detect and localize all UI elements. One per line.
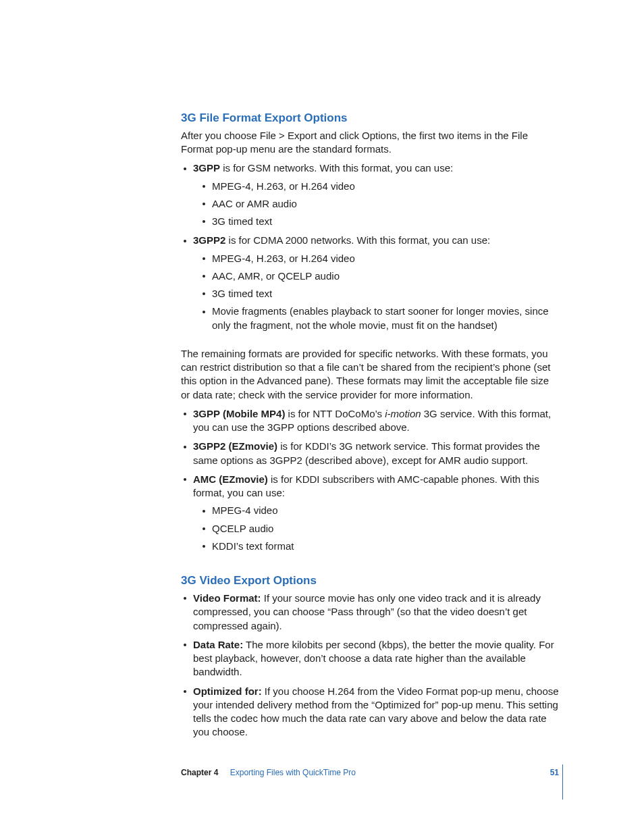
remaining-formats-paragraph: The remaining formats are provided for s… — [181, 347, 559, 402]
page-footer: Chapter 4 Exporting Files with QuickTime… — [181, 767, 559, 778]
heading-3g-file-format: 3G File Format Export Options — [181, 111, 559, 126]
text: The more kilobits per second (kbps), the… — [193, 639, 554, 678]
list-item: 3GPP is for GSM networks. With this form… — [181, 161, 559, 228]
format-list-specific: 3GPP (Mobile MP4) is for NTT DoCoMo’s i-… — [181, 407, 559, 553]
video-options-list: Video Format: If your source movie has o… — [181, 592, 559, 739]
term-amc-ezmovie: AMC (EZmovie) — [193, 473, 268, 485]
list-item: MPEG-4, H.263, or H.264 video — [201, 180, 559, 193]
sublist-3gpp: MPEG-4, H.263, or H.264 video AAC or AMR… — [201, 180, 559, 229]
page-content: 3G File Format Export Options After you … — [181, 111, 559, 745]
list-item: Movie fragments (enables playback to sta… — [201, 305, 559, 332]
term-data-rate: Data Rate: — [193, 639, 243, 650]
term-3gpp: 3GPP — [193, 162, 220, 174]
footer-page-number: 51 — [550, 767, 559, 778]
text: is for CDMA 2000 networks. With this for… — [225, 234, 490, 246]
text: is for GSM networks. With this format, y… — [220, 162, 453, 174]
heading-3g-video: 3G Video Export Options — [181, 573, 559, 589]
list-item: 3G timed text — [201, 287, 559, 301]
footer-rule — [562, 764, 563, 800]
sublist-amc: MPEG-4 video QCELP audio KDDI’s text for… — [201, 504, 559, 553]
term-3gpp2: 3GPP2 — [193, 234, 225, 246]
list-item: 3G timed text — [201, 215, 559, 228]
term-optimized-for: Optimized for: — [193, 685, 262, 697]
list-item: AAC or AMR audio — [201, 197, 559, 211]
footer-title: Exporting Files with QuickTime Pro — [230, 768, 356, 777]
list-item: Data Rate: The more kilobits per second … — [181, 638, 559, 679]
list-item: MPEG-4 video — [201, 504, 559, 517]
italic-i-motion: i-motion — [385, 408, 421, 419]
list-item: KDDI’s text format — [201, 540, 559, 553]
list-item: Video Format: If your source movie has o… — [181, 592, 559, 633]
intro-paragraph: After you choose File > Export and click… — [181, 129, 559, 157]
term-3gpp2-ezmovie: 3GPP2 (EZmovie) — [193, 440, 277, 452]
list-item: AMC (EZmovie) is for KDDI subscribers wi… — [181, 473, 559, 553]
format-list-standard: 3GPP is for GSM networks. With this form… — [181, 161, 559, 332]
list-item: QCELP audio — [201, 522, 559, 536]
text: is for NTT DoCoMo’s — [285, 408, 385, 419]
term-3gpp-mobile-mp4: 3GPP (Mobile MP4) — [193, 408, 285, 419]
list-item: MPEG-4, H.263, or H.264 video — [201, 252, 559, 265]
list-item: 3GPP2 (EZmovie) is for KDDI’s 3G network… — [181, 440, 559, 467]
list-item: 3GPP2 is for CDMA 2000 networks. With th… — [181, 234, 559, 332]
list-item: AAC, AMR, or QCELP audio — [201, 269, 559, 283]
sublist-3gpp2: MPEG-4, H.263, or H.264 video AAC, AMR, … — [201, 252, 559, 332]
footer-chapter: Chapter 4 — [181, 768, 218, 777]
list-item: 3GPP (Mobile MP4) is for NTT DoCoMo’s i-… — [181, 407, 559, 435]
term-video-format: Video Format: — [193, 592, 261, 604]
list-item: Optimized for: If you choose H.264 from … — [181, 685, 559, 739]
